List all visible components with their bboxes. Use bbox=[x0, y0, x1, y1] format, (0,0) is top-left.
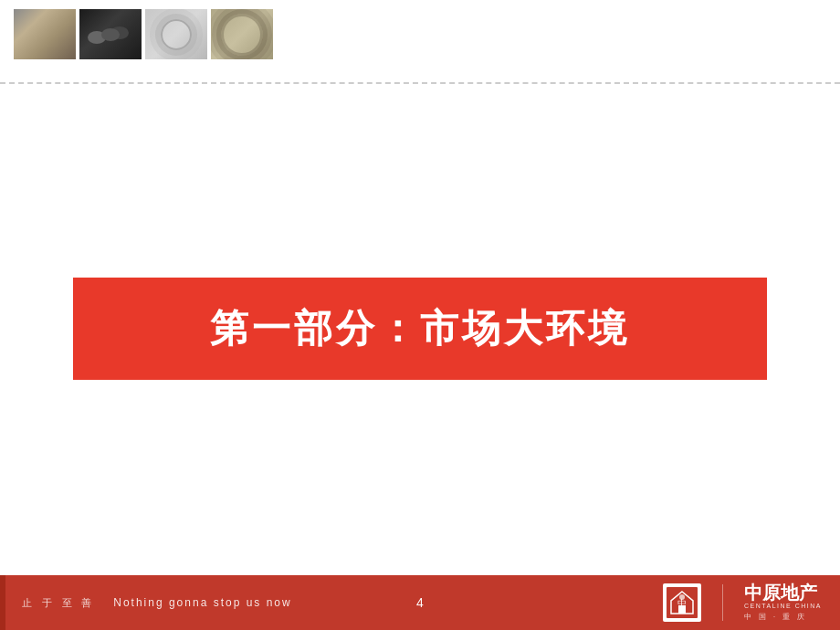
logo-cn-title: 中原地产 bbox=[744, 583, 817, 602]
footer-motto: 止 于 至 善 bbox=[22, 596, 95, 610]
logo-text: 中原地产 CENTALINE CHINA 中 国 · 重 庆 bbox=[744, 583, 822, 622]
svg-text:中: 中 bbox=[677, 598, 687, 608]
page-number: 4 bbox=[416, 595, 424, 610]
logo-divider bbox=[722, 584, 723, 621]
section-banner: 第一部分：市场大环境 bbox=[73, 278, 767, 380]
footer-slogan: Nothing gonna stop us now bbox=[113, 596, 291, 609]
main-content: 第一部分：市场大环境 bbox=[0, 82, 840, 575]
logo-area: 中 中原地产 CENTALINE CHINA 中 国 · 重 庆 bbox=[663, 583, 822, 622]
logo-en-title: CENTALINE CHINA bbox=[744, 602, 822, 610]
logo-icon: 中 bbox=[663, 583, 701, 622]
logo-svg: 中 bbox=[666, 586, 698, 619]
footer-accent bbox=[0, 575, 5, 630]
thumbnail-3 bbox=[145, 9, 207, 59]
thumbnail-1 bbox=[14, 9, 76, 59]
header bbox=[0, 0, 840, 82]
thumbnail-strip bbox=[14, 9, 273, 59]
logo-sub-text: 中 国 · 重 庆 bbox=[744, 612, 807, 622]
thumbnail-4 bbox=[211, 9, 273, 59]
banner-title: 第一部分：市场大环境 bbox=[210, 303, 630, 354]
thumbnail-2 bbox=[79, 9, 142, 59]
footer: 止 于 至 善 Nothing gonna stop us now 4 中 中原… bbox=[0, 575, 840, 630]
